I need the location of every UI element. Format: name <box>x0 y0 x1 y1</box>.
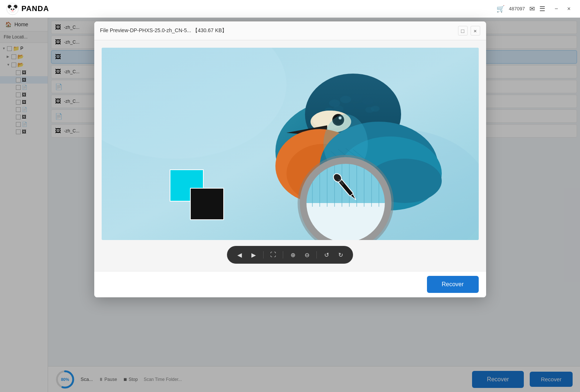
close-window-button[interactable]: × <box>564 4 574 14</box>
prev-button[interactable]: ◀ <box>234 249 245 261</box>
zoom-out-button[interactable]: ⊖ <box>301 249 313 261</box>
fullscreen-icon: ⛶ <box>270 251 276 258</box>
toolbar-divider <box>263 251 264 258</box>
window-controls: − × <box>551 4 574 14</box>
file-preview-modal: File Preview-DP-PHXS-25.0-zh_CN-5... 【43… <box>94 21 486 297</box>
modal-title: File Preview-DP-PHXS-25.0-zh_CN-5... 【43… <box>100 27 458 34</box>
zoom-in-icon: ⊕ <box>291 251 295 258</box>
modal-recover-button[interactable]: Recover <box>427 276 479 293</box>
panda-icon <box>6 2 19 16</box>
rotate-right-button[interactable]: ↻ <box>335 249 346 261</box>
bird-svg <box>102 48 479 240</box>
modal-controls: □ × <box>458 26 480 36</box>
svg-rect-62 <box>190 188 224 220</box>
app-window: PANDA 🛒 487097 ✉ ☰ − × 🏠 Home File Locat… <box>0 0 580 392</box>
rotate-right-icon: ↻ <box>338 251 343 258</box>
next-icon: ▶ <box>251 251 256 258</box>
svg-point-15 <box>340 96 351 103</box>
svg-point-5 <box>13 9 14 10</box>
mail-icon: ✉ <box>529 5 535 13</box>
modal-maximize-button[interactable]: □ <box>458 26 468 36</box>
minimize-button[interactable]: − <box>551 4 562 14</box>
modal-overlay: File Preview-DP-PHXS-25.0-zh_CN-5... 【43… <box>0 18 580 392</box>
titlebar-right: 🛒 487097 ✉ ☰ <box>496 5 545 13</box>
fullscreen-button[interactable]: ⛶ <box>267 249 279 261</box>
toolbar-divider <box>316 251 317 258</box>
svg-point-21 <box>344 104 355 110</box>
prev-icon: ◀ <box>237 251 242 258</box>
app-name-label: PANDA <box>21 4 49 13</box>
rotate-left-icon: ↺ <box>324 251 329 258</box>
modal-footer: Recover <box>94 271 486 297</box>
next-button[interactable]: ▶ <box>248 249 260 261</box>
svg-point-16 <box>351 94 362 101</box>
cart-icon: 🛒 <box>496 5 505 13</box>
modal-titlebar: File Preview-DP-PHXS-25.0-zh_CN-5... 【43… <box>94 21 486 40</box>
toolbar-divider <box>283 251 283 258</box>
rotate-left-button[interactable]: ↺ <box>320 249 332 261</box>
zoom-in-button[interactable]: ⊕ <box>287 249 299 261</box>
menu-icon: ☰ <box>539 5 545 13</box>
image-preview <box>102 48 479 240</box>
user-id-label: 487097 <box>509 6 525 11</box>
app-logo: PANDA <box>6 2 49 16</box>
svg-point-22 <box>355 103 366 109</box>
svg-point-6 <box>11 10 14 11</box>
zoom-out-icon: ⊖ <box>305 251 309 258</box>
svg-point-23 <box>365 107 374 113</box>
modal-close-button[interactable]: × <box>471 26 480 36</box>
svg-point-4 <box>11 9 12 10</box>
image-toolbar: ◀ ▶ ⛶ ⊕ ⊖ <box>227 246 353 264</box>
title-bar: PANDA 🛒 487097 ✉ ☰ − × <box>0 0 580 18</box>
svg-point-3 <box>10 7 16 13</box>
modal-body: ◀ ▶ ⛶ ⊕ ⊖ <box>94 40 486 271</box>
